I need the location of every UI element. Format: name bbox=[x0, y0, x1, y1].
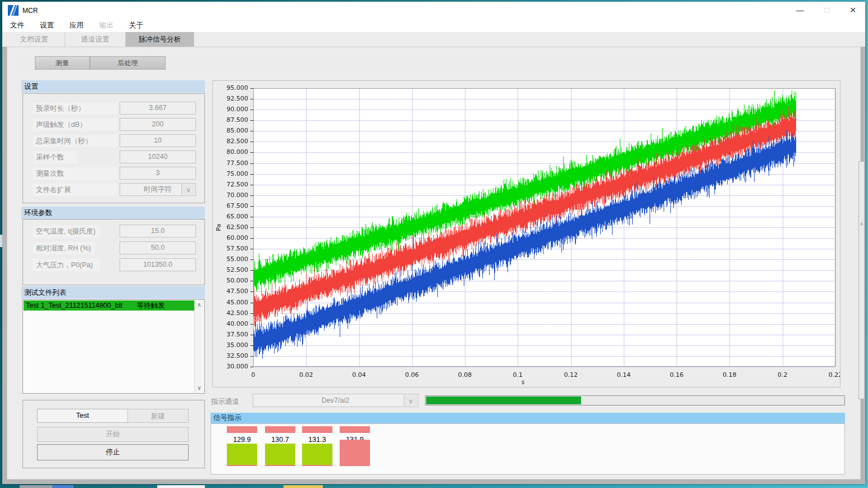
signal-level-block bbox=[227, 444, 257, 466]
signal-section-header: 信号指示 bbox=[211, 413, 845, 423]
tab-strip: 文档设置 通道设置 脉冲信号分析 bbox=[2, 32, 865, 47]
indicator-channel-label: 指示通道 bbox=[211, 397, 239, 407]
sample-count-label: 采样个数 bbox=[33, 151, 77, 163]
acquisition-progress-bar bbox=[425, 395, 845, 405]
start-button[interactable]: 开始 bbox=[37, 427, 189, 442]
taskbar-icon-sliver bbox=[52, 485, 74, 488]
signal-level-block bbox=[340, 440, 370, 466]
menu-bar: 文件 设置 应用 输出 关于 bbox=[2, 19, 865, 32]
subtab-measure[interactable]: 测量 bbox=[35, 56, 90, 70]
taskbar-icon-sliver bbox=[157, 485, 205, 488]
filename-ext-value: 时间字符 bbox=[144, 185, 172, 193]
prerecord-duration-field[interactable]: 3.667 bbox=[120, 102, 196, 115]
chevron-down-icon[interactable]: ∨ bbox=[181, 184, 195, 195]
minimize-button[interactable]: — bbox=[787, 2, 813, 19]
tab-document-settings[interactable]: 文档设置 bbox=[3, 32, 65, 47]
menu-about[interactable]: 关于 bbox=[121, 19, 151, 32]
close-button[interactable]: ✕ bbox=[840, 2, 866, 19]
tab-channel-settings[interactable]: 通道设置 bbox=[65, 32, 126, 47]
signal-level-block bbox=[302, 444, 332, 466]
pressure-field[interactable]: 101350.0 bbox=[120, 258, 196, 271]
indicator-channel-value: Dev7/ai2 bbox=[322, 396, 349, 404]
test-name-input[interactable]: Test bbox=[37, 409, 128, 423]
env-group-header: 环境参数 bbox=[21, 207, 205, 219]
tab-pulse-analysis[interactable]: 脉冲信号分析 bbox=[126, 32, 194, 47]
signal-value: 131.3 bbox=[302, 436, 332, 444]
signal-value: 130.7 bbox=[265, 436, 295, 444]
app-logo-icon bbox=[8, 5, 19, 16]
scroll-up-icon[interactable]: ∧ bbox=[195, 300, 204, 309]
title-bar: MCR — □ ✕ bbox=[2, 2, 865, 19]
subtab-postprocess[interactable]: 后处理 bbox=[90, 56, 166, 70]
progress-fill bbox=[426, 396, 581, 404]
measure-times-field[interactable]: 3 bbox=[120, 167, 196, 180]
collapse-left-icon: ‹ bbox=[859, 220, 864, 227]
signal-threshold-bar bbox=[340, 426, 370, 433]
new-button[interactable]: 新建 bbox=[127, 409, 189, 423]
pulse-signal-chart bbox=[213, 81, 840, 387]
taskbar-icon-sliver bbox=[284, 485, 323, 488]
desktop-icon-sliver bbox=[0, 235, 2, 247]
signal-level-block bbox=[265, 444, 295, 466]
level-trigger-field[interactable]: 200 bbox=[120, 118, 196, 131]
total-time-field[interactable]: 10 bbox=[120, 134, 196, 147]
app-window: MCR — □ ✕ 文件 设置 应用 输出 关于 文档设置 通道设置 脉冲信号分… bbox=[2, 2, 865, 484]
settings-group-header: 设置 bbox=[21, 80, 205, 93]
pressure-label: 大气压力，P0(Pa) bbox=[33, 259, 100, 271]
list-scrollbar[interactable]: ∧ ∨ bbox=[194, 300, 204, 393]
humidity-label: 相对湿度, RH (%) bbox=[33, 242, 95, 254]
signal-threshold-bar bbox=[227, 426, 257, 433]
indicator-channel-dropdown[interactable]: Dev7/ai2 ∨ bbox=[253, 394, 418, 407]
filename-ext-label: 文件名扩展 bbox=[33, 184, 118, 196]
signal-indicator-box: 129.9 130.7 131.3 131.9 bbox=[211, 423, 845, 475]
signal-threshold-bar bbox=[265, 426, 295, 433]
menu-apply[interactable]: 应用 bbox=[62, 19, 92, 32]
taskbar-icon-sliver bbox=[20, 485, 52, 488]
total-time-label: 总采集时间（秒） bbox=[33, 135, 118, 147]
filelist-header: 测试文件列表 bbox=[21, 286, 205, 299]
filename-ext-dropdown[interactable]: 时间字符 ∨ bbox=[120, 183, 196, 196]
stop-button[interactable]: 停止 bbox=[37, 444, 189, 460]
humidity-field[interactable]: 50.0 bbox=[120, 241, 196, 254]
measure-times-label: 测量次数 bbox=[33, 167, 118, 180]
sample-count-field[interactable]: 10240 bbox=[120, 150, 196, 163]
test-file-list[interactable]: Test 1_Test_211215114800_blt 等待触发 ∧ ∨ bbox=[22, 299, 205, 394]
prerecord-duration-label: 预录时长（秒） bbox=[33, 102, 118, 115]
panel-splitter-handle[interactable]: ‹ bbox=[858, 161, 865, 399]
signal-value: 129.9 bbox=[227, 436, 257, 444]
menu-settings[interactable]: 设置 bbox=[32, 19, 62, 32]
window-title: MCR bbox=[22, 7, 38, 15]
test-file-name: Test 1_Test_211215114800_blt bbox=[26, 302, 122, 309]
level-trigger-label: 声级触发（dB） bbox=[33, 118, 118, 131]
chevron-down-icon[interactable]: ∨ bbox=[404, 395, 417, 406]
list-item[interactable]: Test 1_Test_211215114800_blt 等待触发 bbox=[24, 300, 194, 311]
signal-threshold-bar bbox=[302, 426, 332, 433]
scroll-down-icon[interactable]: ∨ bbox=[195, 384, 204, 393]
menu-output[interactable]: 输出 bbox=[92, 19, 121, 32]
air-temp-label: 空气温度, t(摄氏度) bbox=[33, 225, 100, 238]
chart-panel bbox=[212, 80, 840, 387]
menu-file[interactable]: 文件 bbox=[2, 19, 32, 32]
air-temp-field[interactable]: 15.0 bbox=[120, 225, 196, 238]
test-file-status: 等待触发 bbox=[136, 302, 165, 309]
maximize-button[interactable]: □ bbox=[814, 2, 840, 19]
